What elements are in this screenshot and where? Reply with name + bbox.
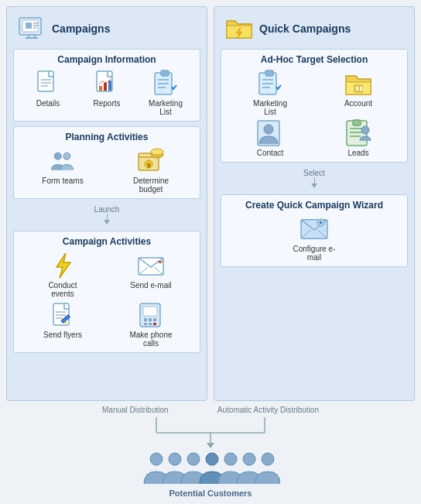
svg-point-89 bbox=[224, 453, 237, 465]
conduct-events-label: Conduct events bbox=[39, 281, 86, 298]
svg-rect-43 bbox=[143, 307, 157, 316]
configure-email-label: Configure e-mail bbox=[291, 245, 337, 262]
phone-icon bbox=[137, 301, 165, 329]
budget-icon: $ bbox=[137, 147, 165, 175]
send-flyers-label: Send flyers bbox=[43, 331, 82, 339]
quick-campaigns-header-icon bbox=[224, 15, 255, 43]
bottom-labels: Manual Distribution Automatic Activity D… bbox=[102, 406, 319, 414]
details-label: Details bbox=[36, 99, 60, 108]
adhoc-marketing-list-icon bbox=[256, 70, 284, 98]
report-icon bbox=[93, 70, 121, 98]
bottom-section: Manual Distribution Automatic Activity D… bbox=[6, 406, 415, 498]
phone-calls-label: Make phone calls bbox=[128, 331, 174, 348]
launch-arrow: Launch bbox=[13, 205, 200, 225]
svg-rect-47 bbox=[144, 323, 147, 325]
svg-point-71 bbox=[320, 221, 323, 225]
leads-icon bbox=[344, 119, 372, 147]
budget-label: Determine budget bbox=[128, 177, 174, 194]
send-email-item[interactable]: Send e-mail bbox=[128, 252, 174, 290]
wizard-title: Create Quick Campaign Wizard bbox=[228, 200, 401, 211]
phone-calls-item[interactable]: Make phone calls bbox=[128, 301, 174, 348]
adhoc-account-item[interactable]: Account bbox=[335, 70, 382, 108]
svg-line-78 bbox=[322, 220, 323, 221]
customers-label: Potential Customers bbox=[169, 489, 252, 498]
campaigns-header: Campaigns bbox=[13, 13, 200, 44]
marketing-list-label: Marketing List bbox=[142, 99, 189, 116]
send-flyers-item[interactable]: Send flyers bbox=[39, 301, 86, 339]
adhoc-leads-label: Leads bbox=[347, 149, 368, 157]
campaign-activities-icons: Conduct events bbox=[20, 252, 193, 298]
conduct-events-item[interactable]: Conduct events bbox=[39, 252, 86, 298]
svg-point-60 bbox=[264, 125, 273, 134]
reports-label: Reports bbox=[93, 99, 120, 108]
wizard-box: Create Quick Campaign Wizard bbox=[221, 194, 408, 267]
account-icon bbox=[344, 70, 372, 98]
svg-point-85 bbox=[150, 453, 163, 465]
svg-point-22 bbox=[54, 153, 61, 159]
contact-icon bbox=[256, 119, 284, 147]
adhoc-contact-item[interactable]: Contact bbox=[247, 119, 293, 157]
planning-icons: Form teams $ bbox=[20, 147, 193, 194]
campaigns-panel: Campaigns Campaign Information bbox=[6, 6, 207, 401]
adhoc-title: Ad-Hoc Target Selection bbox=[228, 54, 401, 65]
adhoc-leads-item[interactable]: Leads bbox=[335, 119, 382, 157]
adhoc-account-label: Account bbox=[344, 99, 372, 108]
svg-rect-36 bbox=[53, 303, 69, 325]
adhoc-icons-row1: Marketing List bbox=[228, 70, 401, 116]
select-label: Select bbox=[303, 169, 325, 177]
svg-marker-31 bbox=[56, 253, 70, 278]
svg-rect-49 bbox=[153, 323, 156, 325]
details-item[interactable]: Details bbox=[25, 70, 71, 108]
svg-rect-18 bbox=[161, 70, 169, 76]
top-section: Campaigns Campaign Information bbox=[6, 6, 415, 401]
svg-rect-5 bbox=[26, 22, 32, 29]
planning-activities-box: Planning Activities bbox=[13, 126, 200, 199]
campaign-activities-box: Campaign Activities Conduct events bbox=[13, 231, 200, 353]
email-icon bbox=[137, 252, 165, 279]
svg-line-79 bbox=[318, 224, 319, 225]
svg-rect-16 bbox=[108, 81, 111, 91]
send-email-label: Send e-mail bbox=[130, 281, 171, 290]
campaigns-title: Campaigns bbox=[52, 22, 110, 35]
svg-point-90 bbox=[243, 453, 255, 465]
svg-text:$: $ bbox=[147, 162, 151, 169]
form-teams-label: Form teams bbox=[42, 177, 83, 185]
svg-rect-57 bbox=[356, 87, 358, 91]
svg-line-77 bbox=[322, 224, 323, 225]
svg-point-66 bbox=[361, 126, 369, 134]
svg-rect-45 bbox=[149, 318, 152, 321]
select-arrow-down bbox=[311, 177, 317, 188]
reports-item[interactable]: Reports bbox=[84, 70, 130, 108]
customers-icons-group bbox=[141, 448, 280, 487]
customers-section: Potential Customers bbox=[141, 448, 280, 498]
campaigns-header-icon bbox=[16, 15, 47, 43]
marketing-list-item[interactable]: Marketing List bbox=[142, 70, 189, 116]
auto-distribution-label: Automatic Activity Distribution bbox=[217, 406, 319, 414]
document-icon bbox=[34, 70, 62, 98]
svg-point-23 bbox=[63, 153, 70, 159]
customers-svg bbox=[141, 448, 280, 487]
budget-item[interactable]: $ Determine budget bbox=[128, 147, 174, 194]
svg-rect-14 bbox=[99, 86, 102, 91]
svg-point-88 bbox=[206, 453, 218, 465]
adhoc-box: Ad-Hoc Target Selection bbox=[221, 49, 408, 163]
quick-campaigns-title: Quick Campaigns bbox=[259, 22, 351, 35]
svg-point-30 bbox=[151, 149, 163, 155]
campaign-activities-icons-row2: Send flyers bbox=[20, 301, 193, 348]
form-teams-item[interactable]: Form teams bbox=[39, 147, 86, 185]
flyer-icon bbox=[49, 301, 77, 329]
svg-rect-48 bbox=[149, 323, 152, 325]
svg-rect-58 bbox=[360, 87, 362, 91]
configure-email-item[interactable]: Configure e-mail bbox=[291, 215, 337, 262]
adhoc-marketing-list-item[interactable]: Marketing List bbox=[247, 70, 293, 116]
svg-rect-52 bbox=[265, 70, 273, 76]
wizard-icons: Configure e-mail bbox=[228, 215, 401, 262]
campaign-info-box: Campaign Information bbox=[13, 49, 200, 122]
svg-point-86 bbox=[169, 453, 181, 465]
merge-arrows-svg bbox=[102, 417, 319, 448]
svg-rect-62 bbox=[353, 120, 361, 125]
svg-rect-46 bbox=[153, 318, 156, 321]
adhoc-marketing-list-label: Marketing List bbox=[247, 99, 293, 116]
adhoc-contact-label: Contact bbox=[257, 149, 283, 157]
merge-arrows-container bbox=[102, 417, 319, 448]
